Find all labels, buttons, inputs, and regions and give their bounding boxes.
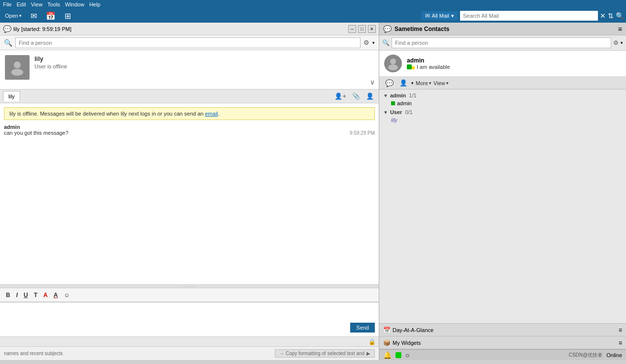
message-group: admin can you got this message? 9:59:29 … <box>4 124 375 136</box>
sametime-find-input[interactable] <box>392 37 611 48</box>
resize-handle[interactable]: · · · · · <box>0 284 379 288</box>
maximize-button[interactable]: □ <box>358 25 366 33</box>
offline-notice-text: lily is offline. Messages will be delive… <box>9 111 205 117</box>
lock-icon: 🔒 <box>368 338 376 345</box>
person-add-icon[interactable]: 👤 <box>364 91 376 101</box>
search-clear-btn[interactable]: ✕ <box>600 12 606 20</box>
menu-item-help[interactable]: Help <box>89 1 100 7</box>
calendar-icon-btn[interactable]: 📅 <box>43 10 59 22</box>
circle-btn[interactable]: ○ <box>405 351 409 359</box>
online-label: Online <box>606 352 622 358</box>
contact-group-user-header[interactable]: ▼ User 0/1 <box>379 108 626 116</box>
group-count-user: 0/1 <box>405 109 412 115</box>
more-dropdown-icon: ▾ <box>429 81 431 86</box>
email-section-btn[interactable]: ✉ All Mail ▾ <box>421 11 458 20</box>
view-button[interactable]: View ▾ <box>433 80 449 86</box>
mail-small-icon: ✉ <box>425 12 430 19</box>
open-button[interactable]: Open ▾ <box>2 12 25 20</box>
open-label: Open <box>5 13 18 19</box>
menu-item-window[interactable]: Window <box>65 1 84 7</box>
send-button[interactable]: Send <box>350 323 375 333</box>
list-item[interactable]: admin <box>379 99 626 107</box>
search-icon: 🔍 <box>4 39 12 47</box>
person-dropdown-icon: ▾ <box>411 81 414 86</box>
chat-tabs-area: lily 👤+ 📎 👤 <box>0 90 379 103</box>
status-logo-text: CSDN@优技者 <box>569 352 603 359</box>
admin-avatar <box>384 55 402 72</box>
close-button[interactable]: ✕ <box>368 25 376 33</box>
sametime-settings-dropdown: ▾ <box>621 40 623 45</box>
offline-email-link[interactable]: email <box>205 111 218 117</box>
underline-btn[interactable]: U <box>22 291 30 300</box>
svg-point-2 <box>390 59 396 64</box>
bottom-panels: 📅 Day-At-A-Glance ≡ 📦 My Widgets ≡ <box>379 323 626 349</box>
svg-point-1 <box>11 69 23 76</box>
apps-icon-btn[interactable]: ⊞ <box>62 10 74 22</box>
new-chat-icon[interactable]: 👤+ <box>332 91 348 101</box>
chat-body: lily is offline. Messages will be delive… <box>0 103 379 284</box>
bell-icon-btn[interactable]: 🔔 <box>383 351 392 359</box>
menu-bar: File Edit View Tools Window Help <box>0 0 626 9</box>
search-all-mail-input[interactable] <box>460 11 598 21</box>
contact-name-admin: admin <box>397 100 412 106</box>
group-name-user: User <box>390 109 402 115</box>
settings-dropdown-icon: ▾ <box>372 40 375 45</box>
person-action-btn[interactable]: 👤 <box>397 78 409 88</box>
chat-tab-lily[interactable]: lily <box>3 91 20 101</box>
group-name-admin: admin <box>390 92 406 98</box>
settings-icon-btn[interactable]: ⚙ <box>363 39 369 46</box>
sametime-settings-btn[interactable]: ⚙ <box>613 39 619 46</box>
collapse-contact-btn[interactable]: ∨ <box>370 78 375 86</box>
font-color-btn[interactable]: A <box>41 291 50 300</box>
my-widgets-panel[interactable]: 📦 My Widgets ≡ <box>379 336 626 349</box>
chat-input[interactable] <box>0 303 379 336</box>
widget-panel-menu-icon: ≡ <box>619 339 622 346</box>
bold-btn[interactable]: B <box>4 291 12 300</box>
svg-point-3 <box>388 64 398 70</box>
svg-point-0 <box>14 61 21 68</box>
more-button[interactable]: More ▾ <box>416 80 431 86</box>
copy-formatting-btn[interactable]: → Copy formatting of selected text and ▶ <box>275 349 375 358</box>
menu-item-tools[interactable]: Tools <box>47 1 60 7</box>
chat-title-bar: 💬 lily [started: 9:59:19 PM] ─ □ ✕ <box>0 23 379 35</box>
find-person-input[interactable] <box>15 37 361 48</box>
tab-label-lily: lily <box>8 93 15 99</box>
text-btn[interactable]: T <box>32 291 39 300</box>
message-text: can you got this message? <box>4 130 68 136</box>
list-item[interactable]: lily <box>379 116 626 124</box>
contact-online-dot-admin <box>391 101 395 105</box>
email-dropdown-icon: ▾ <box>451 13 454 19</box>
sametime-find-bar: 🔍 ⚙ ▾ <box>379 35 626 51</box>
contact-status: User is offline <box>34 63 67 69</box>
contact-list: ▼ admin 1/1 admin ▼ User 0/1 lily <box>379 90 626 323</box>
sametime-title: Sametime Contacts <box>395 26 449 32</box>
menu-item-view[interactable]: View <box>31 1 43 7</box>
contact-group-user: ▼ User 0/1 lily <box>379 108 626 124</box>
admin-name: admin <box>407 57 621 64</box>
contact-group-admin-header[interactable]: ▼ admin 1/1 <box>379 91 626 99</box>
sametime-icon: 💬 <box>3 25 11 33</box>
mail-icon-btn[interactable]: ✉ <box>28 10 40 22</box>
view-label: View <box>433 80 445 86</box>
menu-item-edit[interactable]: Edit <box>17 1 26 7</box>
search-icon-btn[interactable]: 🔍 <box>616 12 624 20</box>
minimize-button[interactable]: ─ <box>348 25 356 33</box>
chat-window-title: lily [started: 9:59:19 PM] <box>13 26 71 32</box>
italic-btn[interactable]: I <box>14 291 20 300</box>
message-sender: admin <box>4 124 375 130</box>
emoji-btn[interactable]: ☺ <box>62 291 71 300</box>
font-highlight-btn[interactable]: A <box>52 291 60 300</box>
status-bar: 🔔 ○ CSDN@优技者 Online <box>379 349 626 360</box>
chat-action-btn[interactable]: 💬 <box>383 78 395 88</box>
chat-options-icon[interactable]: 📎 <box>350 91 362 101</box>
contact-name-lily: lily <box>391 117 397 123</box>
away-status-dot <box>412 66 415 69</box>
day-at-a-glance-panel[interactable]: 📅 Day-At-A-Glance ≡ <box>379 324 626 336</box>
search-filter-btn[interactable]: ⇅ <box>608 12 614 20</box>
copy-formatting-text: → Copy formatting of selected text and <box>279 351 364 356</box>
sametime-menu-icon[interactable]: ≡ <box>618 25 622 33</box>
menu-item-file[interactable]: File <box>3 1 12 7</box>
contact-avatar <box>5 55 30 80</box>
contact-info-area: lily User is offline ∨ <box>0 50 379 90</box>
message-time: 9:59:29 PM <box>350 130 375 136</box>
